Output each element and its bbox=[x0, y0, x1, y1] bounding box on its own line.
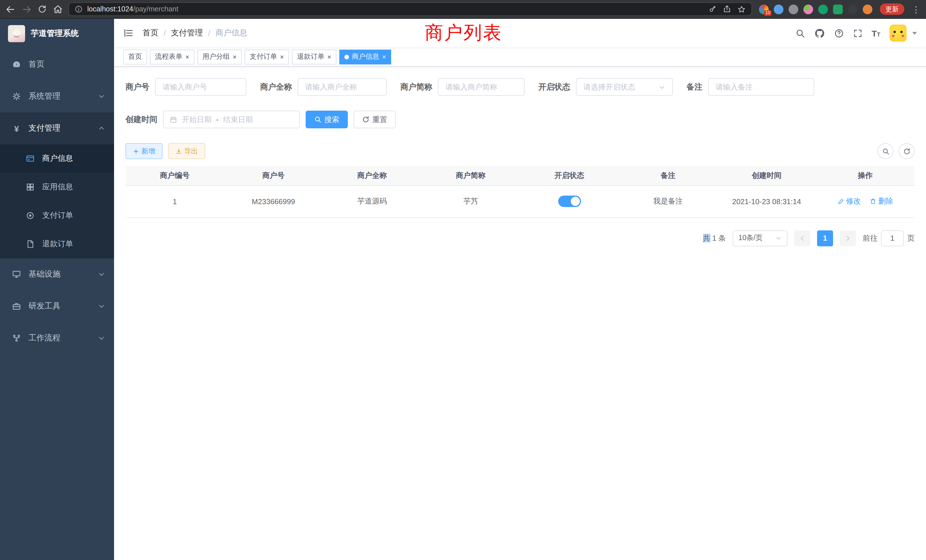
next-page-button[interactable] bbox=[840, 230, 856, 246]
sidebar-item-refund-order[interactable]: 退款订单 bbox=[0, 230, 114, 258]
extension-gray-icon[interactable] bbox=[788, 4, 798, 14]
tags-view: 首页 流程表单 × 用户分组 × 支付订单 × 退款订单 × bbox=[114, 47, 926, 67]
page-size-select[interactable]: 10条/页 bbox=[733, 230, 787, 246]
status-select[interactable]: 请选择开启状态 bbox=[576, 78, 673, 96]
delete-link[interactable]: 删除 bbox=[870, 196, 893, 206]
reset-button[interactable]: 重置 bbox=[354, 110, 396, 128]
col-header: 商户号 bbox=[224, 166, 323, 185]
tab-close-icon[interactable]: × bbox=[280, 53, 284, 60]
sidebar-item-home[interactable]: 首页 bbox=[0, 48, 114, 80]
sidebar-item-label: 工作流程 bbox=[29, 333, 61, 343]
extension-square-icon[interactable] bbox=[833, 4, 843, 14]
toggle-search-button[interactable] bbox=[878, 143, 894, 159]
page-number-button[interactable]: 1 bbox=[817, 230, 833, 246]
tab-label: 流程表单 bbox=[155, 52, 183, 62]
calendar-icon bbox=[169, 115, 177, 123]
field-label: 商户简称 bbox=[400, 82, 432, 92]
reload-icon[interactable] bbox=[38, 5, 47, 14]
font-size-icon[interactable]: TT bbox=[872, 29, 881, 37]
browser-extensions: 10 更新 ⋮ bbox=[759, 3, 920, 15]
tab-close-icon[interactable]: × bbox=[327, 53, 331, 60]
tab-pay-order[interactable]: 支付订单 × bbox=[245, 49, 289, 64]
table-toolbar-right bbox=[878, 143, 915, 159]
logo-avatar bbox=[8, 25, 25, 42]
sidebar-item-app-info[interactable]: 应用信息 bbox=[0, 173, 114, 201]
tab-close-icon[interactable]: × bbox=[185, 53, 189, 60]
extension-pinwheel-icon[interactable]: 10 bbox=[759, 4, 769, 14]
create-time-range[interactable]: 开始日期 - 结束日期 bbox=[163, 110, 300, 128]
menu-dots-icon[interactable]: ⋮ bbox=[912, 4, 920, 14]
sidebar-item-payment[interactable]: ¥ 支付管理 bbox=[0, 112, 114, 144]
hamburger-icon[interactable] bbox=[123, 28, 133, 38]
export-button-label: 导出 bbox=[184, 146, 198, 156]
extension-dark-icon[interactable] bbox=[848, 4, 858, 14]
document-icon bbox=[25, 239, 35, 249]
search-icon[interactable] bbox=[795, 28, 805, 38]
forward-icon[interactable] bbox=[22, 4, 31, 14]
refresh-table-button[interactable] bbox=[899, 143, 915, 159]
add-button-label: 新增 bbox=[141, 146, 155, 156]
tab-close-icon[interactable]: × bbox=[233, 53, 237, 60]
remark-input[interactable] bbox=[708, 78, 814, 96]
tab-close-icon[interactable]: × bbox=[382, 53, 386, 60]
bank-card-icon bbox=[25, 154, 35, 163]
browser-update-button[interactable]: 更新 bbox=[880, 3, 904, 15]
add-icon bbox=[133, 148, 139, 154]
col-header: 商户编号 bbox=[126, 166, 224, 185]
avatar[interactable] bbox=[890, 24, 906, 42]
url-text: localhost:1024/pay/merchant bbox=[87, 5, 704, 13]
sidebar-item-infrastructure[interactable]: 基础设施 bbox=[0, 258, 114, 290]
goto-page-input[interactable] bbox=[881, 230, 904, 246]
tab-user-group[interactable]: 用户分组 × bbox=[197, 49, 242, 64]
github-icon[interactable] bbox=[814, 28, 825, 38]
tab-merchant-info[interactable]: 商户信息 × bbox=[339, 49, 391, 64]
sidebar-logo[interactable]: 芋道管理系统 bbox=[0, 19, 114, 48]
status-toggle[interactable] bbox=[558, 195, 581, 207]
chevron-down-icon bbox=[98, 271, 105, 278]
key-icon[interactable] bbox=[709, 5, 717, 13]
export-button[interactable]: 导出 bbox=[168, 143, 205, 159]
address-bar[interactable]: localhost:1024/pay/merchant bbox=[68, 2, 752, 16]
full-name-input[interactable] bbox=[298, 78, 387, 96]
home-icon[interactable] bbox=[53, 4, 63, 14]
chevron-down-icon bbox=[98, 335, 105, 342]
sidebar-item-merchant-info[interactable]: 商户信息 bbox=[0, 144, 114, 173]
tab-refund-order[interactable]: 退款订单 × bbox=[292, 49, 336, 64]
sidebar-item-pay-order[interactable]: 支付订单 bbox=[0, 201, 114, 230]
cell-create-time: 2021-10-23 08:31:14 bbox=[717, 185, 816, 217]
breadcrumb-home[interactable]: 首页 bbox=[142, 28, 159, 38]
next-icon bbox=[844, 235, 851, 242]
prev-page-button[interactable] bbox=[794, 230, 810, 246]
info-icon[interactable] bbox=[75, 5, 83, 13]
add-button[interactable]: 新增 bbox=[126, 143, 162, 159]
caret-down-icon[interactable] bbox=[912, 32, 917, 35]
sidebar-item-workflow[interactable]: 工作流程 bbox=[0, 322, 114, 354]
search-button[interactable]: 搜索 bbox=[306, 110, 348, 128]
sidebar-item-label: 基础设施 bbox=[29, 269, 61, 279]
merchant-no-input[interactable] bbox=[155, 78, 246, 96]
help-icon[interactable] bbox=[834, 28, 844, 38]
extension-green-icon[interactable] bbox=[818, 4, 828, 14]
fullscreen-icon[interactable] bbox=[853, 28, 862, 38]
flow-icon bbox=[11, 334, 22, 343]
extension-orange-icon[interactable] bbox=[863, 4, 872, 14]
back-icon[interactable] bbox=[6, 4, 15, 14]
active-tab-dot bbox=[344, 54, 349, 59]
sidebar-item-dev-tools[interactable]: 研发工具 bbox=[0, 290, 114, 322]
screen: localhost:1024/pay/merchant 10 bbox=[0, 0, 926, 560]
tab-home[interactable]: 首页 bbox=[123, 49, 147, 64]
sidebar-item-system[interactable]: 系统管理 bbox=[0, 80, 114, 112]
extension-blue-icon[interactable] bbox=[774, 4, 784, 14]
prev-icon bbox=[799, 235, 806, 242]
sidebar-item-label: 退款订单 bbox=[42, 239, 73, 249]
tab-label: 商户信息 bbox=[352, 52, 379, 62]
short-name-input[interactable] bbox=[438, 78, 525, 96]
bookmark-icon[interactable] bbox=[737, 5, 746, 14]
cell-actions: 修改 删除 bbox=[816, 185, 915, 217]
goto-unit-label: 页 bbox=[907, 233, 915, 243]
share-icon[interactable] bbox=[723, 5, 731, 13]
extension-pink-icon[interactable] bbox=[803, 4, 813, 14]
tab-process-form[interactable]: 流程表单 × bbox=[150, 49, 194, 64]
edit-link[interactable]: 修改 bbox=[837, 196, 861, 206]
breadcrumb-payment[interactable]: 支付管理 bbox=[171, 28, 203, 38]
